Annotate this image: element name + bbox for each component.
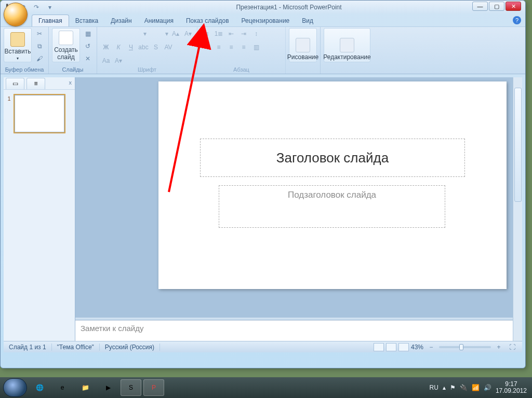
normal-view-button[interactable] — [374, 343, 384, 351]
thumbnail-number: 1 — [8, 95, 11, 102]
italic-icon[interactable]: К — [113, 42, 124, 53]
shapes-icon — [296, 38, 310, 52]
zoom-slider-thumb[interactable] — [459, 344, 463, 350]
grow-font-icon[interactable]: A▴ — [170, 28, 181, 39]
underline-icon[interactable]: Ч — [125, 42, 137, 53]
tray-show-hidden-icon[interactable]: ▴ — [443, 384, 446, 391]
office-button[interactable] — [4, 3, 28, 26]
numbering-icon[interactable]: 1≣ — [213, 28, 224, 39]
copy-icon[interactable]: ⧉ — [34, 40, 45, 52]
start-button[interactable] — [3, 378, 27, 397]
cut-icon[interactable]: ✂ — [34, 28, 45, 39]
tab-view[interactable]: Вид — [296, 15, 320, 26]
char-spacing-icon[interactable]: AV — [163, 42, 174, 53]
maximize-button[interactable]: ▢ — [489, 2, 504, 11]
taskbar-explorer-icon[interactable]: 📁 — [75, 379, 96, 396]
drawing-label: Рисование — [287, 53, 318, 61]
zoom-in-button[interactable]: + — [493, 341, 504, 353]
change-case-icon[interactable]: Aa — [100, 55, 112, 66]
status-bar: Слайд 1 из 1 "Тема Office" Русский (Росс… — [4, 341, 522, 352]
zoom-slider[interactable] — [439, 346, 491, 348]
group-clipboard: Вставить ▾ ✂ ⧉ 🖌 Буфер обмена — [1, 27, 49, 74]
tab-animation[interactable]: Анимация — [138, 15, 180, 26]
group-clipboard-label: Буфер обмена — [4, 66, 45, 74]
group-drawing: Рисование — [286, 27, 321, 74]
reset-icon[interactable]: ↺ — [82, 40, 94, 52]
group-slides-label: Слайды — [52, 66, 94, 74]
align-center-icon[interactable]: ≡ — [213, 42, 224, 53]
sorter-view-button[interactable] — [386, 343, 396, 351]
drawing-button[interactable]: Рисование — [289, 28, 317, 62]
vertical-scrollbar[interactable] — [513, 77, 522, 341]
panel-close-icon[interactable]: x — [69, 79, 72, 86]
slide-thumbnail[interactable]: 1 — [15, 95, 64, 132]
bullets-icon[interactable]: ≣ — [201, 28, 212, 39]
tray-date: 17.09.2012 — [496, 388, 527, 394]
paste-button[interactable]: Вставить ▾ — [4, 28, 32, 62]
new-slide-button[interactable]: Создать слайд — [52, 28, 80, 62]
shadow-icon[interactable]: S — [150, 42, 162, 53]
help-icon[interactable]: ? — [513, 16, 521, 24]
tray-clock[interactable]: 9:17 17.09.2012 — [496, 381, 529, 394]
new-slide-label: Создать слайд — [54, 46, 78, 61]
font-color-icon[interactable]: A▾ — [113, 55, 124, 66]
columns-icon[interactable]: ▥ — [250, 42, 262, 53]
align-left-icon[interactable]: ≡ — [201, 42, 212, 53]
minimize-button[interactable]: — — [472, 2, 488, 11]
slides-tab[interactable]: ▭ — [6, 78, 24, 89]
tab-design[interactable]: Дизайн — [104, 15, 138, 26]
title-placeholder[interactable]: Заголовок слайда — [200, 139, 465, 177]
thumbnail-tabs: ▭ ≡ x — [4, 77, 75, 90]
tab-home[interactable]: Главная — [32, 15, 69, 26]
slide-canvas[interactable]: Заголовок слайда Подзаголовок слайда — [158, 81, 507, 289]
slideshow-view-button[interactable] — [398, 343, 409, 351]
font-size-dropdown[interactable]: ▾ — [148, 28, 169, 39]
new-slide-icon — [59, 31, 73, 45]
indent-inc-icon[interactable]: ⇥ — [238, 28, 249, 39]
paste-label: Вставить — [5, 48, 31, 55]
align-right-icon[interactable]: ≡ — [225, 42, 237, 53]
close-button[interactable]: ✕ — [506, 2, 521, 11]
bold-icon[interactable]: Ж — [100, 42, 112, 53]
tray-power-icon[interactable]: 🔌 — [460, 384, 468, 391]
chevron-down-icon: ▾ — [17, 56, 19, 61]
taskbar-skype-icon[interactable]: S — [121, 379, 141, 396]
shrink-font-icon[interactable]: A▾ — [182, 28, 194, 39]
notes-pane[interactable]: Заметки к слайду — [75, 320, 513, 341]
group-slides: Создать слайд ▦ ↺ ✕ Слайды — [49, 27, 97, 74]
tray-network-icon[interactable]: 📶 — [472, 384, 480, 391]
group-paragraph-label: Абзац — [201, 66, 282, 74]
thumbnail-panel: ▭ ≡ x 1 — [4, 77, 75, 341]
font-family-dropdown[interactable]: ▾ — [100, 28, 147, 39]
taskbar-ie-icon[interactable]: e — [52, 379, 73, 396]
ribbon: Вставить ▾ ✂ ⧉ 🖌 Буфер обмена Создать сл… — [1, 26, 525, 74]
clipboard-icon — [10, 32, 25, 47]
qat-dropdown-icon[interactable]: ▾ — [44, 2, 56, 13]
status-slide-pos: Слайд 1 из 1 — [4, 344, 52, 351]
outline-tab[interactable]: ≡ — [26, 78, 45, 89]
justify-icon[interactable]: ≡ — [238, 42, 249, 53]
tab-insert[interactable]: Вставка — [69, 15, 105, 26]
tray-flag-icon[interactable]: ⚑ — [450, 384, 456, 391]
delete-slide-icon[interactable]: ✕ — [82, 53, 94, 64]
taskbar-chrome-icon[interactable]: 🌐 — [29, 379, 50, 396]
lang-indicator[interactable]: RU — [430, 384, 438, 391]
group-font: ▾ ▾ A▴ A▾ Ж К Ч abc S AV Aa A▾ Ш — [97, 27, 197, 74]
fit-window-button[interactable]: ⛶ — [507, 341, 518, 353]
tray-volume-icon[interactable]: 🔊 — [484, 384, 491, 391]
subtitle-placeholder[interactable]: Подзаголовок слайда — [219, 185, 445, 228]
format-painter-icon[interactable]: 🖌 — [34, 53, 45, 64]
window-title: Презентация1 - Microsoft PowerPoint — [56, 4, 522, 11]
strike-icon[interactable]: abc — [138, 42, 149, 53]
tab-review[interactable]: Рецензирование — [235, 15, 296, 26]
layout-icon[interactable]: ▦ — [82, 28, 94, 39]
scrollbar-thumb[interactable] — [514, 88, 522, 202]
zoom-out-button[interactable]: − — [425, 341, 437, 353]
taskbar-media-icon[interactable]: ▶ — [98, 379, 118, 396]
indent-dec-icon[interactable]: ⇤ — [225, 28, 237, 39]
qat-redo-icon[interactable]: ↷ — [31, 2, 42, 13]
tab-slideshow[interactable]: Показ слайдов — [180, 15, 235, 26]
line-spacing-icon[interactable]: ↕ — [250, 28, 262, 39]
taskbar-powerpoint-icon[interactable]: P — [143, 379, 164, 396]
editing-button[interactable]: Редактирование — [324, 28, 370, 62]
